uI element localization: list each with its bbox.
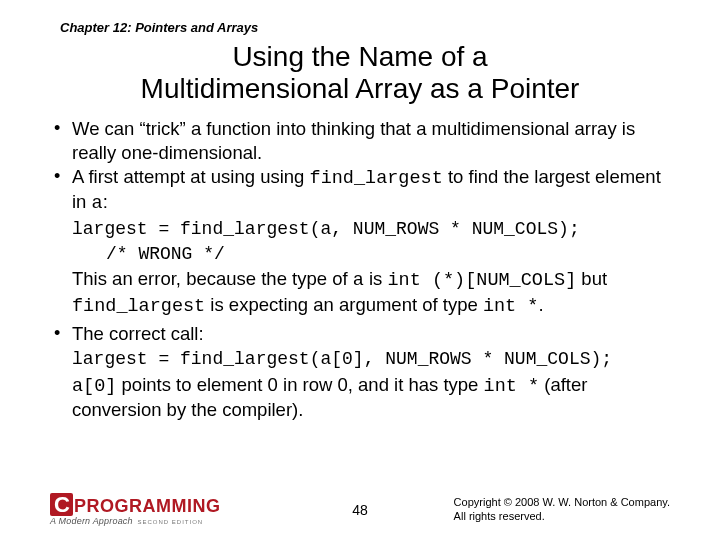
copyright-line2: All rights reserved.: [454, 510, 545, 522]
code-block-1-line1: largest = find_largest(a, NUM_ROWS * NUM…: [50, 218, 670, 241]
copyright-line1: Copyright © 2008 W. W. Norton & Company.: [454, 496, 670, 508]
para2-c1: a[0]: [72, 376, 116, 397]
bullet-2-code2: a: [92, 193, 103, 214]
bullet-1-text: We can “trick” a function into thinking …: [72, 118, 635, 163]
bullet-2-code1: find_largest: [310, 168, 443, 189]
code-block-2: largest = find_largest(a[0], NUM_ROWS * …: [50, 348, 670, 371]
logo-top: CPROGRAMMING: [50, 493, 220, 516]
bullet-2-pre: A first attempt at using using: [72, 166, 310, 187]
slide-title: Using the Name of a Multidimensional Arr…: [50, 41, 670, 105]
para1-c4: int *: [483, 296, 539, 317]
bullet-1: We can “trick” a function into thinking …: [50, 117, 670, 164]
chapter-label: Chapter 12: Pointers and Arrays: [60, 20, 670, 35]
logo-sub-text: A Modern Approach: [50, 516, 133, 526]
bullet-list-2: The correct call:: [50, 322, 670, 346]
title-line-1: Using the Name of a: [232, 41, 487, 72]
bullet-2-post: :: [103, 191, 108, 212]
bullet-2: A first attempt at using using find_larg…: [50, 165, 670, 216]
para1-pre: This an error, because the type of: [72, 268, 353, 289]
bullet-3-text: The correct call:: [72, 323, 204, 344]
paragraph-2: a[0] points to element 0 in row 0, and i…: [50, 373, 670, 422]
book-logo: CPROGRAMMING A Modern Approach SECOND ED…: [50, 493, 220, 526]
para1-m3: is expecting an argument of type: [205, 294, 483, 315]
footer: CPROGRAMMING A Modern Approach SECOND ED…: [50, 493, 670, 526]
para1-c3: find_largest: [72, 296, 205, 317]
logo-programming: PROGRAMMING: [74, 497, 221, 515]
paragraph-1: This an error, because the type of a is …: [50, 267, 670, 318]
para1-c1: a: [353, 270, 364, 291]
para1-c2: int (*)[NUM_COLS]: [388, 270, 577, 291]
bullet-list: We can “trick” a function into thinking …: [50, 117, 670, 216]
bullet-3: The correct call:: [50, 322, 670, 346]
para1-post: .: [538, 294, 543, 315]
copyright: Copyright © 2008 W. W. Norton & Company.…: [454, 496, 670, 524]
logo-c-icon: C: [50, 493, 73, 516]
para1-m1: is: [364, 268, 388, 289]
logo-edition: SECOND EDITION: [137, 519, 203, 525]
para2-m1: points to element 0 in row 0, and it has…: [116, 374, 483, 395]
page-number: 48: [352, 502, 368, 518]
para2-c2: int *: [484, 376, 540, 397]
para1-m2: but: [576, 268, 607, 289]
title-line-2: Multidimensional Array as a Pointer: [141, 73, 580, 104]
code-block-1-line2: /* WRONG */: [50, 243, 670, 266]
logo-subtitle: A Modern Approach SECOND EDITION: [50, 517, 220, 526]
